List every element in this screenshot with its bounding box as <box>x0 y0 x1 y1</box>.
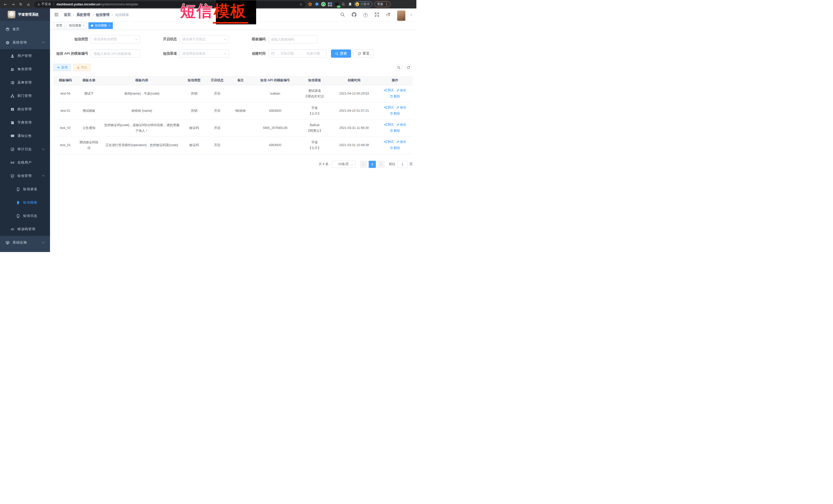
sidebar-item-online-users[interactable]: 在线用户 <box>0 156 50 169</box>
chevron-down-icon <box>42 240 45 243</box>
test-link[interactable]: 测试 <box>384 139 394 145</box>
extension-gem-icon[interactable] <box>314 2 319 7</box>
bookmark-star-icon[interactable]: ☆ <box>299 2 303 6</box>
refresh-icon <box>407 66 410 69</box>
url-path: /system/sms/sms-template <box>100 3 138 6</box>
dashboard-icon <box>5 27 9 31</box>
sms-type-select[interactable]: 请选择短信类型 <box>91 35 140 43</box>
prev-page-button[interactable] <box>360 161 367 168</box>
sidebar-item-sms-management[interactable]: 短信管理 <box>0 169 50 183</box>
sidebar-item-users[interactable]: 用户管理 <box>0 49 50 63</box>
home-icon[interactable]: ⌂ <box>26 2 31 7</box>
refresh-table-button[interactable] <box>405 64 412 71</box>
delete-link[interactable]: 删除 <box>390 145 400 151</box>
table-row: test_02 公告通知 您的验证码{code}，该验证码5分钟内有效，请勿泄漏… <box>54 119 413 137</box>
sidebar-item-home[interactable]: 首页 <box>0 23 50 36</box>
sidebar-item-sms-channel[interactable]: 短信渠道 <box>0 183 50 196</box>
toggle-search-button[interactable] <box>395 64 402 71</box>
extension-donut-icon[interactable] <box>308 2 312 7</box>
fullscreen-icon[interactable] <box>375 12 379 18</box>
gear-icon <box>5 41 9 45</box>
breadcrumb-sms[interactable]: 短信管理 <box>96 13 110 17</box>
status-select[interactable]: 请选择开启状态 <box>180 35 229 43</box>
add-button[interactable]: 新增 <box>54 64 71 71</box>
sidebar-item-roles[interactable]: 角色管理 <box>0 63 50 76</box>
date-range-picker[interactable]: 开始日期 - 结束日期 <box>268 49 327 58</box>
table-row: test-04 测试下 老鸡{name}，牛逼{code} 营销 开启 suib… <box>54 85 413 102</box>
forward-icon[interactable]: → <box>10 2 16 7</box>
delete-link[interactable]: 删除 <box>390 128 400 134</box>
share-icon <box>384 140 387 143</box>
test-link[interactable]: 测试 <box>384 88 394 93</box>
export-button[interactable]: 导出 <box>73 64 91 71</box>
test-link[interactable]: 测试 <box>384 105 394 110</box>
browser-menu-icon[interactable]: ⋮ <box>385 2 388 6</box>
sidebar-item-infrastructure[interactable]: 基础设施 <box>0 236 50 249</box>
next-page-button[interactable] <box>377 161 385 168</box>
sms-type-label: 短信类型 <box>54 37 88 42</box>
template-code-input[interactable] <box>271 38 315 41</box>
back-icon[interactable]: ← <box>3 2 8 7</box>
col-sms-type: 短信类型 <box>183 76 205 85</box>
page-unit-label: 页 <box>410 162 413 166</box>
profile-paused-badge[interactable]: 已暂停 <box>354 1 372 7</box>
extension-y-icon[interactable]: y <box>321 2 326 7</box>
edit-link[interactable]: 修改 <box>396 88 406 93</box>
api-template-id-input[interactable] <box>94 52 137 56</box>
page-1-button[interactable]: 1 <box>369 161 376 168</box>
sidebar-item-error-codes[interactable]: 错误码管理 <box>0 222 50 236</box>
tab-sms-channel[interactable]: 短信渠道 × <box>66 22 87 29</box>
sidebar-item-audit-log[interactable]: 审计日志 <box>0 143 50 156</box>
tab-sms-template[interactable]: 短信模板 × <box>89 22 113 29</box>
page-size-select[interactable]: 10条/页 <box>332 161 356 168</box>
channel-select[interactable]: 请选择短信渠道 <box>180 49 229 58</box>
close-icon[interactable]: × <box>83 24 85 27</box>
edit-link[interactable]: 修改 <box>396 122 406 127</box>
sidebar-item-announcements[interactable]: 通知公告 <box>0 129 50 143</box>
user-menu-caret-icon[interactable] <box>410 14 412 16</box>
extension-grid-icon[interactable] <box>328 2 332 7</box>
sidebar-item-menus[interactable]: 菜单管理 <box>0 76 50 89</box>
sidebar-item-sms-template[interactable]: 短信模板 <box>0 196 50 209</box>
not-secure-label: 不安全 <box>42 2 51 6</box>
edit-link[interactable]: 修改 <box>396 139 406 145</box>
sidebar-item-posts[interactable]: 岗位管理 <box>0 102 50 116</box>
breadcrumb-home[interactable]: 首页 <box>64 13 71 17</box>
extension-list-icon[interactable]: on <box>334 2 339 7</box>
tab-home[interactable]: 首页 <box>54 22 65 29</box>
col-template-content: 模板内容 <box>101 76 183 85</box>
sidebar-item-departments[interactable]: 部门管理 <box>0 89 50 102</box>
announcement-icon <box>10 134 14 138</box>
delete-link[interactable]: 删除 <box>390 111 400 116</box>
test-link[interactable]: 测试 <box>384 122 394 127</box>
table-row: test_01 测试验证码短信 正在进行登录操作{operation}，您的验证… <box>54 137 413 154</box>
share-icon <box>384 106 387 109</box>
sidebar-item-sms-log[interactable]: 短信日志 <box>0 209 50 222</box>
delete-link[interactable]: 删除 <box>390 94 400 99</box>
close-icon[interactable]: × <box>109 24 110 27</box>
goto-page-input[interactable] <box>398 161 408 168</box>
extensions-puzzle-icon[interactable] <box>348 2 352 7</box>
chrome-update-button[interactable]: 更新 ⋮ <box>374 1 390 7</box>
user-avatar[interactable] <box>397 10 405 21</box>
col-template-code: 模板编码 <box>54 76 77 85</box>
sidebar-collapse-icon[interactable] <box>54 12 59 18</box>
search-icon <box>397 66 401 69</box>
chevron-down-icon <box>224 52 227 55</box>
help-icon[interactable]: ? <box>363 13 368 17</box>
github-icon[interactable] <box>352 12 356 18</box>
search-button[interactable]: 搜索 <box>331 49 351 58</box>
reload-icon[interactable]: ↻ <box>18 2 24 7</box>
mobile-icon <box>16 200 20 205</box>
extension-magnifier-icon[interactable] <box>341 2 346 7</box>
breadcrumb-system[interactable]: 系统管理 <box>76 13 90 17</box>
app-logo-row[interactable]: 芋道管理系统 <box>0 8 50 21</box>
address-bar[interactable]: ⚠ 不安全 dashboard.yudao.iocoder.cn /system… <box>34 1 306 7</box>
reset-button[interactable]: 重置 <box>354 49 374 58</box>
edit-link[interactable]: 修改 <box>396 105 406 110</box>
search-icon[interactable] <box>340 12 345 18</box>
table-header-row: 模板编码 模板名称 模板内容 短信类型 开启状态 备注 短信 API 的模板编号… <box>54 76 413 85</box>
sidebar-item-dictionary[interactable]: 字典管理 <box>0 116 50 129</box>
sidebar-item-system[interactable]: 系统管理 <box>0 36 50 49</box>
font-size-icon[interactable]: TT <box>386 13 390 17</box>
